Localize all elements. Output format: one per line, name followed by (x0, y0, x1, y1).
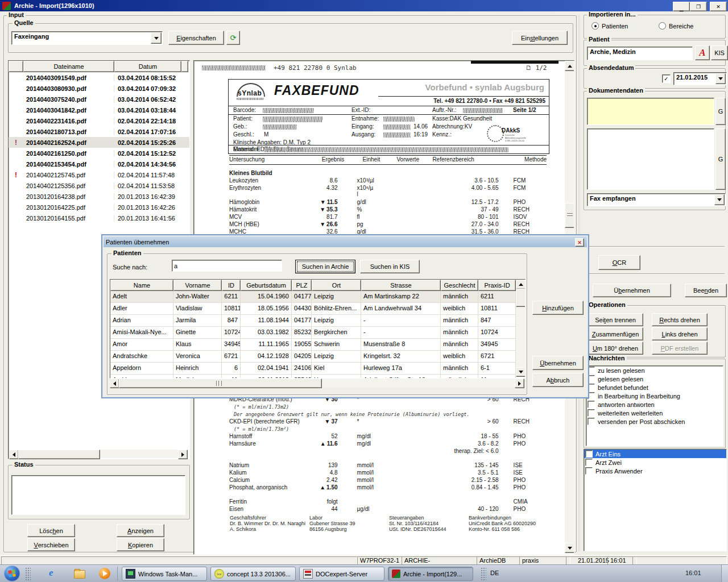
nachrichten-item[interactable]: gelesen gelesen (586, 375, 723, 383)
radio-patienten[interactable]: Patienten (592, 22, 628, 30)
verschieben-button[interactable]: Verschieben (27, 538, 75, 551)
file-row[interactable]: 20130120164238.pdf 20.01.2013 16:42:39 (9, 191, 189, 202)
einstellungen-button[interactable]: Einstellungen (512, 31, 568, 45)
file-row[interactable]: ! 20140402162524.pdf 02.04.2014 15:25:26 (9, 137, 189, 148)
doc-type-combobox[interactable]: Fax empfangen (587, 193, 726, 206)
uebernehmen-button[interactable]: Übernehmen (593, 284, 671, 297)
patient-row[interactable]: Archie Medizin 11 30.11.2012 85540 Haar … (110, 375, 525, 379)
checkbox-icon[interactable] (588, 401, 595, 408)
date-dropdown-button[interactable] (715, 73, 726, 84)
restore-button[interactable]: ❐ (690, 2, 707, 11)
window-titlebar[interactable]: Archie - Import(1296x1010) (0, 0, 728, 11)
search-input[interactable] (172, 260, 282, 272)
scroll-left-icon[interactable] (110, 379, 119, 388)
quelle-dropdown-button[interactable] (151, 32, 162, 44)
suchen-in-archie-button[interactable]: Suchen in Archie (295, 260, 355, 273)
show-desktop-button[interactable] (721, 565, 728, 582)
hscroll-thumb[interactable] (119, 379, 322, 388)
file-row[interactable]: 20140402231416.pdf 02.04.2014 22:14:18 (9, 115, 189, 126)
rechts-drehen-button[interactable]: Rechts drehen (652, 313, 708, 326)
file-row[interactable]: 20130120164155.pdf 20.01.2013 16:41:56 (9, 213, 189, 223)
checkbox-icon[interactable] (585, 459, 593, 466)
col-plz[interactable]: PLZ (292, 280, 312, 291)
um180-drehen-button[interactable]: Um 180° drehen (588, 342, 643, 355)
eigenschaften-button[interactable]: Eigenschaften (168, 31, 224, 45)
file-row[interactable]: 20140403091549.pdf 03.04.2014 08:15:52 (9, 72, 189, 83)
media-player-icon[interactable] (99, 568, 110, 579)
task-archie-import[interactable]: Archie - Import(129... (388, 567, 473, 581)
col-strasse[interactable]: Strasse (361, 280, 441, 291)
file-list-hscrollbar[interactable] (9, 450, 188, 458)
col-id[interactable]: ID (222, 280, 241, 291)
radio-bereiche[interactable]: Bereiche (659, 22, 693, 30)
nachrichten-item[interactable]: zu lesen gelesen (586, 366, 723, 375)
nachrichten-item[interactable]: weiterleiten weiterleiten (586, 409, 723, 417)
g1-button[interactable]: G (715, 98, 726, 125)
col-praxis-id[interactable]: Praxis-ID (478, 280, 516, 291)
file-row[interactable]: 20140402153454.pdf 02.04.2014 14:34:56 (9, 159, 189, 169)
loeschen-button[interactable]: Löschen (27, 524, 75, 537)
file-row[interactable]: 20140403080930.pdf 03.04.2014 07:09:32 (9, 83, 189, 94)
internet-explorer-icon[interactable]: e (49, 567, 53, 579)
kis-button[interactable]: KIS (711, 45, 728, 60)
file-row[interactable]: 20140402125356.pdf 02.04.2014 11:53:58 (9, 180, 189, 191)
scroll-down-icon[interactable] (516, 367, 526, 377)
patient-row[interactable]: Adelt John-Walter 6211 15.04.1960 04177 … (110, 291, 525, 303)
file-list-header-date[interactable]: Datum (114, 61, 181, 72)
file-row[interactable]: 20140402180713.pdf 02.04.2014 17:07:16 (9, 126, 189, 137)
patient-field[interactable]: Archie, Medizin (587, 47, 693, 60)
doc-title-field[interactable] (587, 98, 714, 125)
scroll-down-icon[interactable] (565, 543, 574, 553)
patient-row[interactable]: Appeldorn Heinrich 6 02.04.1941 24106 Ki… (110, 363, 525, 375)
scroll-right-icon[interactable] (178, 450, 188, 459)
minimize-button[interactable]: ▁ (673, 2, 690, 11)
task-concept[interactable]: ixx concept 13.3 201306... (210, 567, 296, 581)
patient-row[interactable]: Andratschke Veronica 6721 04.12.1928 042… (110, 351, 525, 363)
patient-row[interactable]: Amor Klaus 34945 11.11.1965 19055 Schwer… (110, 339, 525, 351)
beenden-button[interactable]: Beenden (685, 284, 727, 297)
dialog-titlebar[interactable]: Patienten übernehmen (104, 236, 587, 247)
col-ort[interactable]: Ort (312, 280, 361, 291)
file-row[interactable]: 20130120164225.pdf 20.01.2013 16:42:26 (9, 202, 189, 213)
scroll-up-icon[interactable] (516, 280, 526, 289)
tray-grip[interactable] (481, 567, 486, 580)
file-list-header-extra[interactable] (181, 61, 188, 72)
file-row[interactable]: 20140403041842.pdf 03.04.2014 03:18:44 (9, 105, 189, 115)
scroll-up-icon[interactable] (565, 61, 574, 71)
patient-row[interactable]: Amisi-Makali-Nye... Ginette 10724 03.03.… (110, 327, 525, 339)
g2-button[interactable]: G (715, 128, 726, 190)
nachrichten-item[interactable]: in Bearbeitung in Bearbeitung (586, 392, 723, 400)
col-name[interactable]: Name (110, 280, 173, 291)
links-drehen-button[interactable]: Links drehen (652, 327, 708, 340)
suchen-in-kis-button[interactable]: Suchen in KIS (360, 260, 420, 273)
col-vorname[interactable]: Vorname (173, 280, 222, 291)
anzeigen-button[interactable]: Anzeigen (117, 524, 164, 537)
user-list-item[interactable]: Arzt Zwei (584, 458, 726, 467)
user-list-item[interactable]: Praxis Anwender (584, 467, 726, 475)
scroll-left-icon[interactable] (9, 450, 19, 459)
vscroll-thumb[interactable] (516, 289, 526, 307)
col-geschlecht[interactable]: Geschlecht (441, 280, 478, 291)
checkbox-icon[interactable] (585, 450, 593, 458)
zusammenfuegen-button[interactable]: Zusammenfügen (588, 327, 643, 340)
user-list-item[interactable]: Arzt Eins (584, 450, 726, 458)
nachrichten-item[interactable]: befundet befundet (586, 383, 723, 392)
close-button[interactable]: ✕ (710, 2, 727, 11)
file-list-header-mark[interactable] (9, 61, 23, 72)
language-indicator[interactable]: DE (490, 569, 499, 576)
seiten-trennen-button[interactable]: Seiten trennen (588, 313, 643, 326)
hscroll-thumb[interactable] (18, 450, 100, 459)
refresh-button[interactable]: ⟳ (226, 31, 240, 45)
file-row[interactable]: 20140402161250.pdf 02.04.2014 15:12:52 (9, 148, 189, 159)
doctype-dropdown-button[interactable] (714, 194, 725, 205)
dialog-close-button[interactable]: ✕ (575, 238, 584, 247)
hinzufuegen-button[interactable]: Hinzufügen (532, 301, 584, 315)
scroll-right-icon[interactable] (515, 379, 524, 388)
checkbox-icon[interactable] (585, 467, 593, 475)
doc-comment-field[interactable] (587, 128, 714, 190)
file-list-header-name[interactable]: Dateiname (23, 61, 114, 72)
checkbox-icon[interactable] (588, 418, 595, 425)
pdf-erstellen-button[interactable]: PDF erstellen (652, 342, 708, 355)
ocr-button[interactable]: OCR (598, 255, 640, 270)
taskbar-grip[interactable] (25, 567, 31, 580)
